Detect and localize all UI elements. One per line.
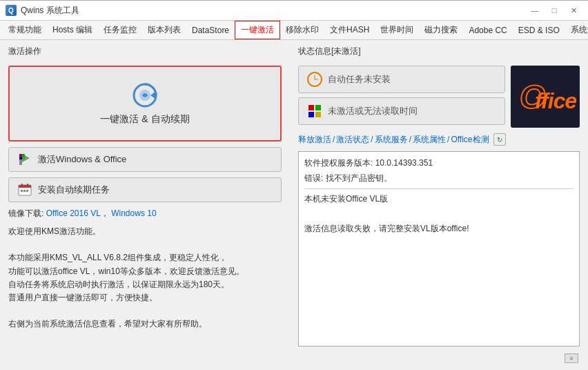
svg-rect-4 xyxy=(19,154,22,157)
menu-worldtime[interactable]: 世界时间 xyxy=(375,21,419,39)
svg-rect-10 xyxy=(19,185,31,188)
menu-datastore[interactable]: DataStore xyxy=(186,23,235,38)
calendar-icon xyxy=(17,182,32,197)
svg-rect-19 xyxy=(315,112,321,117)
desc-line1: 欢迎使用KMS激活功能。 xyxy=(8,225,282,238)
office-logo-text: O ffice xyxy=(514,70,576,124)
activate-label: 一键激活 & 自动续期 xyxy=(100,113,189,126)
info-line-3: 本机未安装Office VL版 xyxy=(304,192,574,207)
info-divider xyxy=(304,188,574,189)
info-line-2: 错误: 找不到产品密钥。 xyxy=(304,171,574,186)
scroll-indicator: ≡ xyxy=(298,352,580,364)
info-box: 软件授权服务版本: 10.0.14393.351 错误: 找不到产品密钥。 本机… xyxy=(298,151,580,347)
info-line-4: 激活信息读取失败，请完整安装VL版本office! xyxy=(304,222,574,237)
svg-rect-6 xyxy=(19,157,22,159)
svg-rect-14 xyxy=(23,190,26,192)
minimize-button[interactable]: — xyxy=(526,3,544,17)
auto-task-status-label: 自动任务未安装 xyxy=(328,73,391,86)
scroll-icon: ≡ xyxy=(565,353,578,363)
menu-taskmon[interactable]: 任务监控 xyxy=(98,21,142,39)
activate-win-office-button[interactable]: 激活Windows & Office xyxy=(8,147,282,172)
info-line-1: 软件授权服务版本: 10.0.14393.351 xyxy=(304,156,574,171)
status-buttons: 自动任务未安装 未激活或无法读取时间 xyxy=(298,66,505,128)
close-button[interactable]: ✕ xyxy=(565,3,582,17)
link-officecheck[interactable]: Office检测 xyxy=(451,134,489,146)
status-header: 状态信息[未激活] xyxy=(298,46,580,57)
menu-watermark[interactable]: 移除水印 xyxy=(280,21,324,39)
clock-icon xyxy=(307,72,322,87)
link-release[interactable]: 释放激活 xyxy=(298,134,331,146)
maximize-button[interactable]: □ xyxy=(545,3,563,17)
svg-rect-17 xyxy=(315,105,321,110)
description: 欢迎使用KMS激活功能。 本功能采用KMS_VL_ALL V6.8.2组件集成，… xyxy=(8,225,282,331)
link-sysprop[interactable]: 系统属性 xyxy=(413,134,446,146)
svg-marker-1 xyxy=(150,91,156,99)
left-panel: 激活操作 一键激活 & 自动续期 激活Windows xyxy=(0,40,290,370)
app-icon: Q xyxy=(6,5,17,16)
one-key-activate-button[interactable]: 一键激活 & 自动续期 xyxy=(8,66,282,142)
menu-sysadmin[interactable]: 系统管理 xyxy=(565,21,588,39)
main-content: 激活操作 一键激活 & 自动续期 激活Windows xyxy=(0,40,588,370)
link-sysservice[interactable]: 系统服务 xyxy=(375,134,408,146)
svg-rect-13 xyxy=(21,190,23,192)
download-win10-link[interactable]: Windows 10 xyxy=(111,208,156,218)
office-svg: O ffice xyxy=(514,70,576,119)
activation-status-button[interactable]: 未激活或无法读取时间 xyxy=(298,97,505,125)
right-panel: 状态信息[未激活] 自动任务未安装 未激活或无法读取时间 xyxy=(290,40,588,370)
menu-esdiso[interactable]: ESD & ISO xyxy=(513,23,565,38)
menu-onekey[interactable]: 一键激活 xyxy=(235,21,280,39)
svg-rect-15 xyxy=(26,190,28,192)
svg-marker-8 xyxy=(22,154,30,162)
download-links: 镜像下载: Office 2016 VL， Windows 10 xyxy=(8,208,282,220)
title-left: Q Qwins 系统工具 xyxy=(6,5,79,17)
download-text: 镜像下载: xyxy=(8,208,43,218)
install-auto-renew-button[interactable]: 安装自动续期任务 xyxy=(8,177,282,202)
desc-line3: 右侧为当前系统激活信息查看，希望对大家有所帮助。 xyxy=(8,318,282,331)
svg-text:ffice: ffice xyxy=(535,88,576,113)
activate-win-office-label: 激活Windows & Office xyxy=(38,153,126,166)
menu-versions[interactable]: 版本列表 xyxy=(142,21,186,39)
menu-adobecc[interactable]: Adobe CC xyxy=(463,23,512,38)
flag-icon xyxy=(17,152,32,167)
install-auto-renew-label: 安装自动续期任务 xyxy=(38,184,110,196)
office-logo: O ffice xyxy=(511,66,580,128)
activation-status-label: 未激活或无法读取时间 xyxy=(328,105,418,117)
info-links: 释放激活 / 激活状态 / 系统服务 / 系统属性 / Office检测 ↻ xyxy=(298,133,580,146)
link-status[interactable]: 激活状态 xyxy=(336,134,369,146)
menu-bar: 常规功能 Hosts 编辑 任务监控 版本列表 DataStore 一键激活 移… xyxy=(0,21,588,40)
menu-hosts[interactable]: Hosts 编辑 xyxy=(47,21,98,39)
app-title: Qwins 系统工具 xyxy=(21,5,79,17)
title-bar: Q Qwins 系统工具 — □ ✕ xyxy=(0,0,588,21)
refresh-button[interactable]: ↻ xyxy=(493,133,506,146)
svg-rect-16 xyxy=(308,105,314,110)
windows-icon xyxy=(307,104,322,119)
activate-icon xyxy=(131,81,159,109)
title-controls: — □ ✕ xyxy=(526,3,582,17)
svg-rect-12 xyxy=(27,184,28,186)
svg-rect-18 xyxy=(308,112,314,117)
menu-filehash[interactable]: 文件HASH xyxy=(324,21,375,39)
download-office-link[interactable]: Office 2016 VL xyxy=(46,208,101,218)
section-title: 激活操作 xyxy=(8,46,282,57)
menu-magsearch[interactable]: 磁力搜索 xyxy=(419,21,463,39)
desc-line2: 本功能采用KMS_VL_ALL V6.8.2组件集成，更稳定人性化，功能可以激活… xyxy=(8,251,282,304)
svg-rect-11 xyxy=(21,184,23,186)
status-area: 自动任务未安装 未激活或无法读取时间 xyxy=(298,66,580,128)
auto-task-status-button[interactable]: 自动任务未安装 xyxy=(298,66,505,93)
menu-general[interactable]: 常规功能 xyxy=(3,21,47,39)
